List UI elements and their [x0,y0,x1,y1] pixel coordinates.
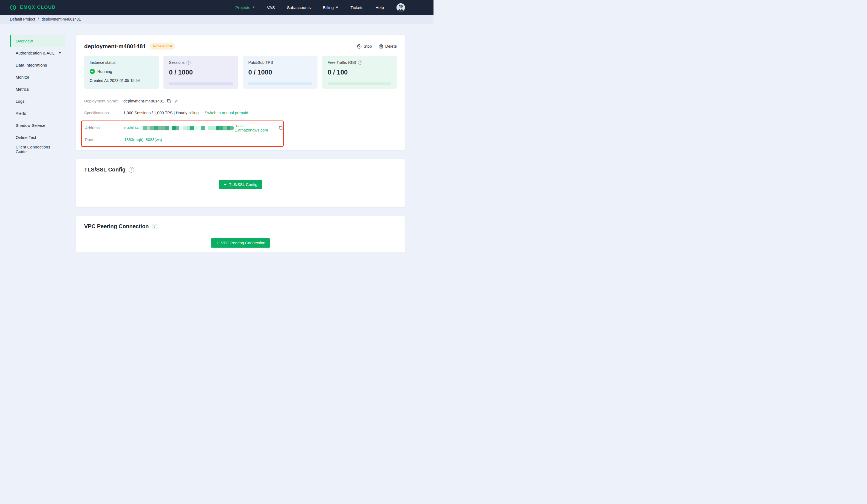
tls-section-title: TLS/SSL Config [84,166,126,173]
address-prefix: m48014 [124,126,138,130]
sidebar-item-monitor[interactable]: Monitor [10,71,65,83]
copy-icon[interactable] [279,126,283,130]
annotation-red-box: Address: m48014 -east-1.amazonaws.com Po… [81,121,284,147]
delete-button-label: Delete [385,44,397,48]
sessions-progress-bar [169,83,233,85]
stop-button[interactable]: Stop [357,44,372,49]
sidebar-item-label: Overview [15,39,33,43]
instance-status-card: Instance status Running Created At: 2023… [84,56,159,89]
nav-help-label: Help [375,5,384,10]
nav-tickets[interactable]: Tickets [351,5,363,10]
chevron-down-icon [252,7,255,8]
instance-status-value: Running [97,69,112,74]
logo-wordmark: EMQX CLOUD [20,5,56,10]
pubsub-tps-value: 0 / 1000 [248,68,312,76]
emqx-logo-icon [9,4,17,11]
sidebar-item-overview[interactable]: Overview [10,35,65,47]
main-content: deployment-m4801481 Professional Stop [76,24,405,252]
add-vpc-peering-button[interactable]: VPC Peering Connection [211,238,270,248]
add-vpc-peering-label: VPC Peering Connection [221,241,265,245]
sidebar-item-label: Monitor [15,75,29,79]
free-traffic-progress-bar [328,83,391,85]
sidebar-item-label: Online Test [15,135,36,140]
sidebar-item-label: Metrics [15,87,29,91]
specifications-value: 1,000 Sessions / 1,000 TPS | Hourly bill… [124,111,199,115]
sidebar-item-shadow-service[interactable]: Shadow Service [10,119,65,131]
sessions-label: Sessions [169,60,184,65]
avatar-illustration [396,3,405,12]
breadcrumb-project[interactable]: Default Project [10,17,35,21]
sidebar-item-label: Shadow Service [15,123,45,128]
nav-projects[interactable]: Projects [235,5,255,10]
breadcrumb: Default Project / deployment-m4801481 [0,15,434,24]
breadcrumb-separator: / [38,17,39,21]
vpc-peering-section: VPC Peering Connection VPC Peering Conne… [76,216,405,252]
vpc-section-title: VPC Peering Connection [84,223,149,230]
tls-ssl-section: TLS/SSL Config TLS/SSL Config [76,159,405,207]
trash-icon [379,44,383,49]
free-traffic-card: Free Traffic (GB) 0 / 100 [322,56,397,89]
sidebar-item-authentication-acl[interactable]: Authentication & ACL [10,47,65,59]
sidebar-item-data-integrations[interactable]: Data Integrations [10,59,65,71]
edit-icon[interactable] [174,99,178,103]
address-redacted [139,126,234,130]
deployment-name-row: Deployment Name: deployment-m4801481 [84,97,397,105]
pubsub-tps-progress-bar [248,83,312,85]
created-at-text: Created At: 2023.01.05 15:54 [90,78,153,83]
deployment-name-value: deployment-m4801481 [124,99,164,103]
deployment-name-label: Deployment Name: [84,99,124,103]
plan-badge: Professional [150,43,175,50]
nav-vas-label: VAS [267,5,275,10]
sidebar-item-alerts[interactable]: Alerts [10,107,65,119]
nav-tickets-label: Tickets [351,5,363,10]
switch-annual-prepaid-link[interactable]: Switch to annual prepaid [205,111,248,115]
address-row: Address: m48014 -east-1.amazonaws.com [85,123,283,132]
sidebar-item-label: Alerts [15,111,26,116]
free-traffic-value: 0 / 100 [328,68,391,76]
sessions-value: 0 / 1000 [169,68,233,76]
top-nav-menu: Projects VAS Subaccounts Billing Tickets… [235,3,405,12]
address-label: Address: [85,126,124,130]
nav-help[interactable]: Help [375,5,384,10]
specifications-label: Specifications: [84,111,124,115]
breadcrumb-deployment: deployment-m4801481 [42,17,81,21]
copy-icon[interactable] [167,99,171,103]
deployment-overview-card: deployment-m4801481 Professional Stop [76,35,405,150]
emqx-cloud-logo: EMQX CLOUD [9,4,56,11]
nav-billing[interactable]: Billing [323,5,338,10]
address-suffix: -east-1.amazonaws.com [235,123,276,132]
pubsub-tps-label: Pub&Sub TPS [248,60,273,65]
delete-button[interactable]: Delete [379,44,397,49]
specifications-row: Specifications: 1,000 Sessions / 1,000 T… [84,109,397,117]
sessions-card: Sessions 0 / 1000 [163,56,238,89]
sidebar-item-client-connections-guide[interactable]: Client Connections Guide [10,143,65,155]
chevron-down-icon [335,7,338,8]
nav-subaccounts[interactable]: Subaccounts [287,5,311,10]
stop-icon [357,44,362,49]
help-icon[interactable] [186,61,191,65]
nav-subaccounts-label: Subaccounts [287,5,311,10]
page-title: deployment-m4801481 [84,43,146,50]
sidebar-item-logs[interactable]: Logs [10,95,65,107]
help-icon[interactable] [129,167,134,173]
plus-icon [224,182,227,187]
chevron-down-icon [59,52,61,54]
sidebar-item-label: Data Integrations [15,63,47,67]
sidebar-item-online-test[interactable]: Online Test [10,131,65,143]
top-navbar: EMQX CLOUD Projects VAS Subaccounts Bill… [0,0,434,15]
stop-button-label: Stop [364,44,372,48]
pubsub-tps-card: Pub&Sub TPS 0 / 1000 [243,56,318,89]
nav-vas[interactable]: VAS [267,5,275,10]
plus-icon [216,241,219,245]
sidebar-item-metrics[interactable]: Metrics [10,83,65,95]
sidebar: Overview Authentication & ACL Data Integ… [0,24,76,252]
add-tls-ssl-config-button[interactable]: TLS/SSL Config [219,180,263,189]
running-check-icon [90,69,95,74]
free-traffic-label: Free Traffic (GB) [328,60,356,65]
ports-row: Ports: 1883(mqtt), 8083(ws) [85,135,283,144]
help-icon[interactable] [358,61,362,65]
ports-label: Ports: [85,138,124,142]
help-icon[interactable] [152,224,157,229]
add-tls-ssl-config-label: TLS/SSL Config [229,183,257,187]
user-avatar[interactable] [396,3,405,12]
